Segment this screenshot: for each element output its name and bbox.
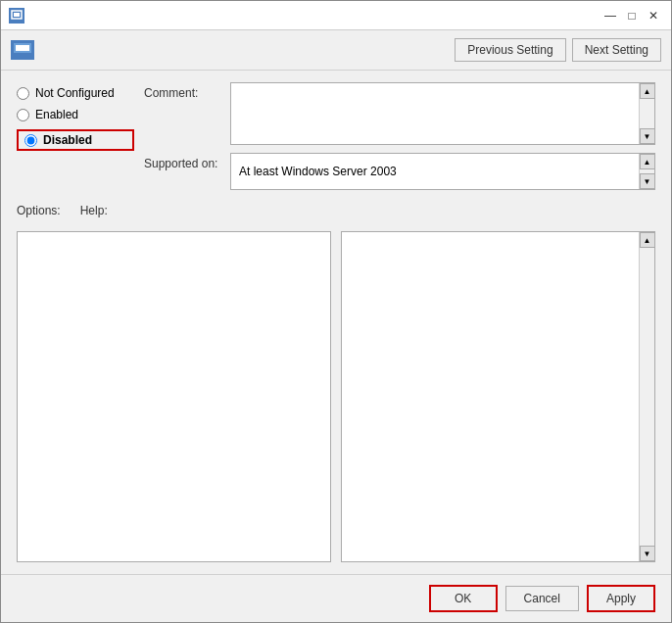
title-controls: — □ ✕ xyxy=(600,6,663,25)
comment-textarea[interactable] xyxy=(231,83,639,144)
bottom-bar: OK Cancel Apply xyxy=(1,574,671,622)
comment-row: Comment: ▲ ▼ xyxy=(144,82,655,145)
not-configured-label: Not Configured xyxy=(35,86,115,100)
toolbar: Previous Setting Next Setting xyxy=(1,30,671,71)
supported-scroll-down[interactable]: ▼ xyxy=(640,173,655,189)
previous-setting-button[interactable]: Previous Setting xyxy=(455,38,565,62)
enabled-radio[interactable] xyxy=(17,109,29,121)
options-header: Options: xyxy=(17,204,61,217)
supported-scroll-up[interactable]: ▲ xyxy=(640,154,655,169)
maximize-button[interactable]: □ xyxy=(622,6,642,25)
radio-panel: Not Configured Enabled Disabled xyxy=(17,82,134,190)
disabled-label: Disabled xyxy=(43,133,92,147)
apply-button[interactable]: Apply xyxy=(587,585,655,612)
disabled-option-box[interactable]: Disabled xyxy=(17,129,134,151)
help-scroll-up[interactable]: ▲ xyxy=(640,232,655,248)
not-configured-option[interactable]: Not Configured xyxy=(17,86,134,100)
scroll-track xyxy=(640,99,654,128)
svg-rect-1 xyxy=(14,13,20,17)
supported-scrollbar: ▲ ▼ xyxy=(639,154,654,189)
title-bar-left xyxy=(9,8,24,24)
supported-row: Supported on: At least Windows Server 20… xyxy=(144,153,655,190)
comment-box: ▲ ▼ xyxy=(230,82,655,145)
top-section: Not Configured Enabled Disabled Comment: xyxy=(17,82,655,190)
middle-section: Options: Help: xyxy=(17,200,655,221)
panels-row: ▲ ▼ xyxy=(17,231,655,562)
help-scrollbar: ▲ ▼ xyxy=(639,232,654,561)
not-configured-radio[interactable] xyxy=(17,87,29,100)
scroll-down-arrow[interactable]: ▼ xyxy=(640,128,655,144)
comment-scrollbar: ▲ ▼ xyxy=(639,83,654,144)
supported-label: Supported on: xyxy=(144,153,222,170)
cancel-button[interactable]: Cancel xyxy=(505,586,579,611)
options-panel[interactable] xyxy=(17,231,331,562)
right-panel: Comment: ▲ ▼ Supported on: At least xyxy=(144,82,655,190)
enabled-option[interactable]: Enabled xyxy=(17,108,134,121)
svg-rect-3 xyxy=(16,45,29,51)
svg-rect-4 xyxy=(14,54,31,57)
help-scroll-track xyxy=(640,248,654,546)
next-setting-button[interactable]: Next Setting xyxy=(572,38,661,62)
minimize-button[interactable]: — xyxy=(600,6,620,25)
main-content: Not Configured Enabled Disabled Comment: xyxy=(1,71,671,574)
comment-label: Comment: xyxy=(144,82,222,100)
help-panel[interactable]: ▲ ▼ xyxy=(341,231,655,562)
window-icon xyxy=(9,8,24,24)
help-scroll-down[interactable]: ▼ xyxy=(640,546,655,561)
scroll-up-arrow[interactable]: ▲ xyxy=(640,83,655,99)
supported-value: At least Windows Server 2003 xyxy=(231,161,654,182)
disabled-radio[interactable] xyxy=(24,134,37,147)
close-button[interactable]: ✕ xyxy=(644,6,663,25)
help-header: Help: xyxy=(80,204,108,217)
title-bar: — □ ✕ xyxy=(1,1,671,30)
toolbar-icon xyxy=(11,40,34,60)
ok-button[interactable]: OK xyxy=(429,585,498,612)
enabled-label: Enabled xyxy=(35,108,78,121)
supported-box: At least Windows Server 2003 ▲ ▼ xyxy=(230,153,655,190)
policy-setting-window: — □ ✕ Previous Setting Next Setting Not … xyxy=(0,0,672,623)
